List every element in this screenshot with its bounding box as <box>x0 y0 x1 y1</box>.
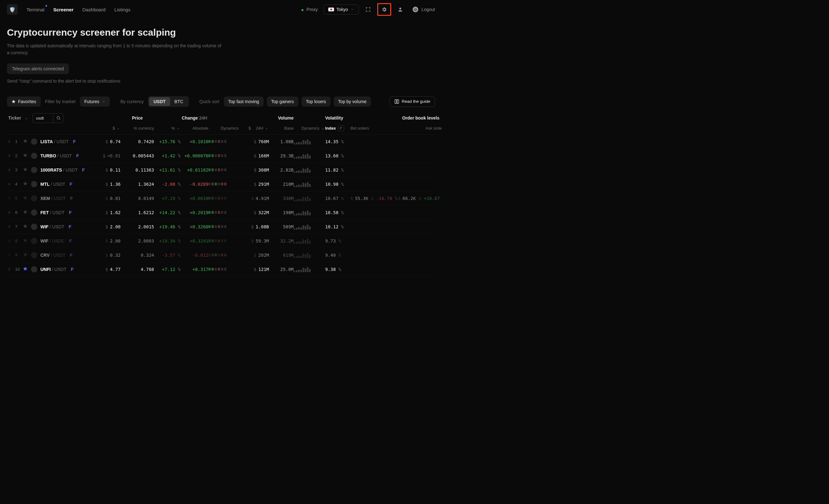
market-select[interactable]: Futures <box>80 96 110 107</box>
col-vol-dollar[interactable]: $ 24H <box>239 126 269 130</box>
favorite-star[interactable] <box>23 181 29 187</box>
vol-24h: $308M <box>239 167 269 172</box>
quick-sort-buttons: Top fast movingTop gainersTop losersTop … <box>224 96 371 107</box>
table-row[interactable]: #2TURBO / USDTF$<0.010.005443+1.42 %+0.0… <box>7 149 435 163</box>
volume-spark-icon <box>294 139 325 145</box>
row-rank: 6 <box>15 210 21 215</box>
vol-dynamics <box>294 252 325 258</box>
change-spark-icon <box>208 224 239 230</box>
col-absolute[interactable]: Absolute <box>181 126 208 130</box>
volatility-index: 10.58 % <box>325 210 351 215</box>
change-abs: +0.3241 <box>181 238 208 243</box>
nav-terminal[interactable]: Terminal <box>27 7 44 12</box>
col-ask[interactable]: Ask orders <box>398 126 442 130</box>
col-in-currency[interactable]: In currency <box>120 126 154 130</box>
favorites-button[interactable]: Favorites <box>7 96 41 107</box>
pair-label: MTL / USDTF <box>40 182 102 187</box>
col-dynamics-2[interactable]: Dynamics <box>294 126 325 130</box>
volume-spark-icon <box>294 153 325 159</box>
svg-marker-7 <box>23 182 27 186</box>
price-short: $0.01 <box>102 196 120 201</box>
favorite-star[interactable] <box>23 167 29 173</box>
vol-base: 619M <box>269 253 294 258</box>
currency-btc[interactable]: BTC <box>170 97 188 106</box>
volume-spark-icon <box>294 167 325 173</box>
nav-dashboard[interactable]: Dashboard <box>82 7 105 12</box>
telegram-badge[interactable]: Telegram alerts connected <box>7 64 69 74</box>
table-row[interactable]: #7WIF / USDTF$2.002.0015+19.46 %+0.3260$… <box>7 220 435 234</box>
change-abs: -0.0289 <box>181 182 208 187</box>
col-ticker[interactable]: Ticker <box>8 115 21 120</box>
nav-listings[interactable]: Listings <box>114 7 131 12</box>
currency-usdt[interactable]: USDT <box>149 97 170 106</box>
row-hash: # <box>8 253 13 257</box>
table-row[interactable]: #8WIF / USDCF$2.002.0003+19.34 %+0.3241$… <box>7 234 435 248</box>
ticker-search-button[interactable] <box>53 114 63 123</box>
table-row[interactable]: #5XEM / USDTF$0.010.0149+7.19 %+0.0010$4… <box>7 191 435 206</box>
price-full: 2.0015 <box>120 224 154 229</box>
table-row[interactable]: #9CRV / USDTF$0.320.324-3.57 %-0.012$202… <box>7 248 435 262</box>
vol-base: 1.08B <box>269 139 294 144</box>
table-row[interactable]: #1LISTA / USDTF$0.740.7420+15.76 %+0.101… <box>7 135 435 149</box>
change-spark-icon <box>208 238 239 244</box>
col-base[interactable]: Base <box>269 126 294 130</box>
favorite-star[interactable] <box>23 153 29 159</box>
coin-icon <box>31 252 37 258</box>
change-pct: +7.12 % <box>154 267 181 272</box>
price-short: $0.11 <box>102 167 120 172</box>
vol-base: 210M <box>269 182 294 187</box>
col-price-dollar[interactable]: $ <box>102 126 120 130</box>
book-icon <box>394 99 399 104</box>
row-hash: # <box>8 225 13 229</box>
quick-top-losers[interactable]: Top losers <box>301 96 330 107</box>
sort-icon[interactable] <box>25 116 29 120</box>
favorite-star[interactable] <box>23 209 29 216</box>
change-pct: -2.08 % <box>154 182 181 187</box>
svg-marker-10 <box>23 224 27 228</box>
vol-base: 32.2M <box>269 238 294 243</box>
page-title: Cryptocurrency screener for scalping <box>7 27 435 38</box>
profile-button[interactable] <box>397 6 404 13</box>
favorite-star[interactable] <box>23 224 29 230</box>
quick-top-gainers[interactable]: Top gainers <box>267 96 298 107</box>
table-row[interactable]: #10UNFI / USDTF$4.774.768+7.12 %+0.317$1… <box>7 262 435 277</box>
row-hash: # <box>8 140 13 144</box>
volume-spark-icon <box>294 252 325 258</box>
change-abs: +0.01182 <box>181 167 208 172</box>
favorite-star[interactable] <box>23 139 29 145</box>
sort-icon[interactable] <box>441 116 442 120</box>
coin-icon <box>31 209 37 216</box>
favorite-star[interactable] <box>23 252 29 258</box>
change-dynamics <box>208 153 239 159</box>
nav-screener[interactable]: Screener <box>53 7 74 12</box>
quick-top-fast-moving[interactable]: Top fast moving <box>224 96 263 107</box>
table-row[interactable]: #31000RATS / USDTF$0.110.11363+11.61 %+0… <box>7 163 435 177</box>
quick-top-by-volume[interactable]: Top by volume <box>334 96 371 107</box>
table-row[interactable]: #6FET / USDTF$1.621.6212+14.22 %+0.2019$… <box>7 206 435 220</box>
table-row[interactable]: #4MTL / USDTF$1.361.3624-2.08 %-0.0289$2… <box>7 177 435 191</box>
logout-button[interactable]: Logout <box>412 7 435 12</box>
group-orderbook: Order book levels <box>398 115 442 120</box>
settings-button[interactable] <box>381 6 388 13</box>
read-guide-button[interactable]: Read the guide <box>390 96 435 107</box>
location-select[interactable]: Tokyo <box>324 4 359 14</box>
row-hash: # <box>8 182 13 186</box>
price-full: 0.11363 <box>120 167 154 172</box>
volatility-index: 9.73 % <box>325 238 351 243</box>
favorite-star[interactable] <box>23 266 29 272</box>
group-volume: Volume <box>269 115 294 120</box>
favorite-star[interactable] <box>23 238 29 244</box>
change-dynamics <box>208 210 239 216</box>
change-abs: -0.012 <box>181 253 208 258</box>
app-logo[interactable]: 🛡️ <box>7 4 18 15</box>
pair-label: 1000RATS / USDTF <box>40 167 102 172</box>
col-pct[interactable]: % <box>154 126 181 130</box>
col-dynamics-1[interactable]: Dynamics <box>208 126 239 130</box>
change-spark-icon <box>208 167 239 173</box>
fullscreen-button[interactable] <box>365 6 371 13</box>
favorite-star[interactable] <box>23 195 29 201</box>
ticker-search-input[interactable] <box>33 114 53 123</box>
col-index[interactable]: Index <box>325 125 351 131</box>
col-bid[interactable]: Bid orders <box>351 126 398 130</box>
change-pct: +7.19 % <box>154 196 181 201</box>
